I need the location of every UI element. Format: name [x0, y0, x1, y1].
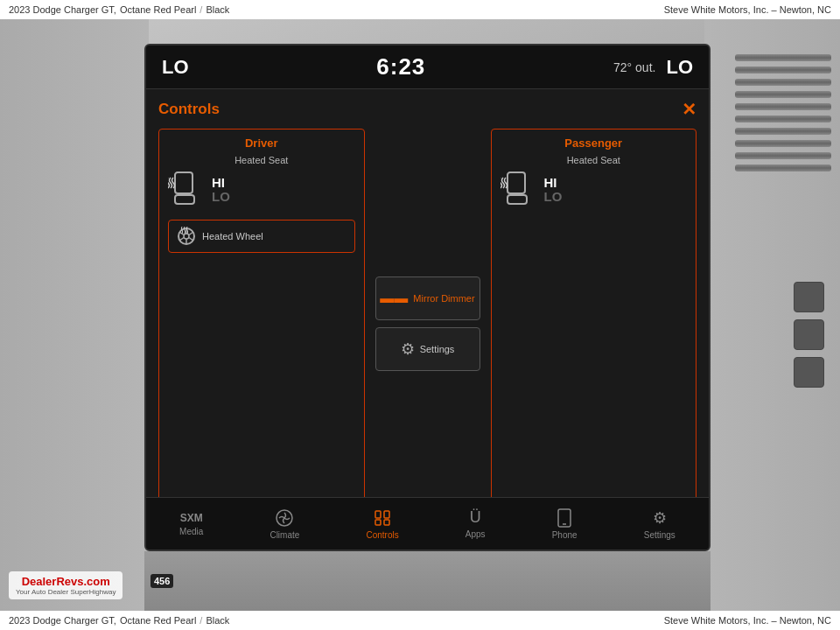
passenger-hi[interactable]: HI: [544, 176, 563, 191]
screen-content: Controls ✕ Driver Heated Seat: [146, 90, 709, 497]
vent-slat: [735, 66, 831, 74]
svg-rect-16: [384, 520, 389, 525]
vent-slat: [735, 128, 831, 135]
vent-slat: [735, 152, 831, 159]
controls-title-row: Controls ✕: [158, 99, 696, 120]
dealerrevs-watermark: DealerRevs.com Your Auto Dealer SuperHig…: [9, 571, 122, 599]
heated-wheel-icon: [176, 226, 197, 247]
phone-icon: [556, 508, 572, 528]
driver-hi[interactable]: HI: [212, 176, 230, 191]
nav-phone-label: Phone: [552, 530, 578, 540]
passenger-hi-lo: HI LO: [544, 176, 563, 205]
controls-title: Controls: [158, 101, 220, 118]
settings-button[interactable]: ⚙ Settings: [375, 327, 480, 371]
top-bar-color1: Octane Red Pearl: [120, 4, 196, 15]
top-bar-dealer: Steve White Motors, Inc. – Newton, NC: [664, 4, 831, 15]
nav-apps[interactable]: Ü Apps: [458, 505, 493, 542]
close-button[interactable]: ✕: [682, 99, 696, 120]
right-side-buttons: [794, 282, 824, 388]
settings-gear-icon: ⚙: [401, 340, 415, 359]
driver-seat-heat-controls: HI LO: [168, 169, 355, 211]
watermark-sub: Your Auto Dealer SuperHighway: [16, 588, 116, 596]
bottom-bar-sep1: /: [200, 615, 202, 626]
svg-rect-13: [375, 511, 381, 518]
number-badge: 456: [150, 574, 173, 588]
nav-controls-label: Controls: [366, 530, 398, 540]
driver-hi-lo: HI LO: [212, 176, 230, 205]
top-bar-color2: Black: [206, 4, 229, 15]
mirror-dimmer-icon: ▬▬: [380, 290, 408, 306]
nav-media-label: Media: [179, 527, 203, 536]
bottom-bar: 2023 Dodge Charger GT, Octane Red Pearl …: [0, 611, 840, 630]
nav-apps-label: Apps: [466, 529, 486, 539]
driver-lo[interactable]: LO: [212, 190, 230, 205]
steering-column-area: [144, 551, 710, 611]
bottom-bar-color2: Black: [206, 615, 229, 626]
mirror-dimmer-label: Mirror Dimmer: [413, 293, 474, 304]
driver-seat-icon: [168, 169, 203, 211]
vent-slat: [735, 140, 831, 147]
nav-settings-label: Settings: [644, 530, 676, 540]
mirror-dimmer-button[interactable]: ▬▬ Mirror Dimmer: [375, 276, 480, 320]
vent-slat: [735, 79, 831, 86]
left-vent: [0, 19, 149, 611]
right-vent: [704, 19, 840, 611]
bottom-bar-color1: Octane Red Pearl: [120, 615, 196, 626]
svg-rect-1: [175, 195, 194, 204]
settings-label: Settings: [420, 344, 455, 354]
nav-phone[interactable]: Phone: [545, 505, 584, 543]
infotainment-screen: LO 6:23 72° out. LO Controls ✕ Driver He…: [144, 44, 710, 551]
driver-heated-wheel[interactable]: Heated Wheel: [168, 220, 355, 253]
screen-nav: SXM Media Climate Controls Ü Apps: [146, 497, 709, 550]
seat-controls-area: Driver Heated Seat HI LO: [158, 129, 696, 497]
svg-rect-15: [375, 520, 381, 525]
bottom-bar-title: 2023 Dodge Charger GT,: [9, 615, 116, 626]
passenger-panel-title: Passenger: [500, 136, 688, 150]
vent-slat: [735, 91, 831, 98]
nav-controls[interactable]: Controls: [359, 505, 405, 543]
screen-header: LO 6:23 72° out. LO: [146, 46, 709, 89]
heated-wheel-label: Heated Wheel: [202, 231, 263, 242]
center-controls: ▬▬ Mirror Dimmer ⚙ Settings: [375, 129, 480, 497]
vent-slat: [735, 164, 831, 172]
right-btn-3[interactable]: [794, 357, 824, 388]
nav-settings-icon: ⚙: [653, 508, 667, 528]
media-icon: SXM: [180, 512, 203, 524]
vent-slat: [735, 103, 831, 110]
passenger-seat-icon: [500, 169, 536, 211]
nav-media[interactable]: SXM Media: [172, 508, 210, 540]
passenger-seat-heat-controls: HI LO: [500, 169, 688, 211]
vent-slat: [735, 116, 831, 122]
right-btn-2[interactable]: [794, 319, 824, 350]
svg-rect-14: [384, 511, 389, 518]
controls-icon: [373, 508, 392, 528]
svg-rect-11: [508, 195, 527, 204]
vent-slat: [735, 54, 831, 61]
passenger-lo[interactable]: LO: [544, 190, 563, 205]
header-time: 6:23: [376, 53, 425, 80]
apps-icon: Ü: [470, 508, 481, 527]
top-bar: 2023 Dodge Charger GT, Octane Red Pearl …: [0, 0, 840, 19]
bottom-bar-dealer: Steve White Motors, Inc. – Newton, NC: [664, 615, 831, 626]
nav-climate-label: Climate: [270, 530, 299, 540]
right-vent-slats: [735, 54, 831, 229]
watermark-main: DealerRevs.com: [22, 575, 110, 588]
svg-line-9: [179, 232, 184, 235]
header-right: 72° out. LO: [613, 56, 693, 79]
svg-line-8: [179, 238, 184, 242]
driver-panel: Driver Heated Seat HI LO: [158, 129, 365, 497]
driver-heated-seat-label: Heated Seat: [168, 155, 355, 165]
svg-line-6: [189, 238, 193, 242]
nav-climate[interactable]: Climate: [262, 505, 306, 543]
top-bar-title: 2023 Dodge Charger GT,: [9, 4, 116, 15]
top-bar-sep1: /: [200, 4, 202, 15]
header-lo-left: LO: [162, 56, 189, 79]
passenger-panel: Passenger Heated Seat HI LO: [491, 129, 697, 497]
svg-point-3: [184, 234, 189, 239]
svg-line-5: [189, 232, 193, 235]
svg-rect-0: [175, 172, 192, 193]
header-lo-right: LO: [666, 56, 693, 79]
right-btn-1[interactable]: [794, 282, 824, 312]
nav-settings[interactable]: ⚙ Settings: [637, 505, 682, 543]
passenger-heated-seat-label: Heated Seat: [500, 155, 688, 165]
